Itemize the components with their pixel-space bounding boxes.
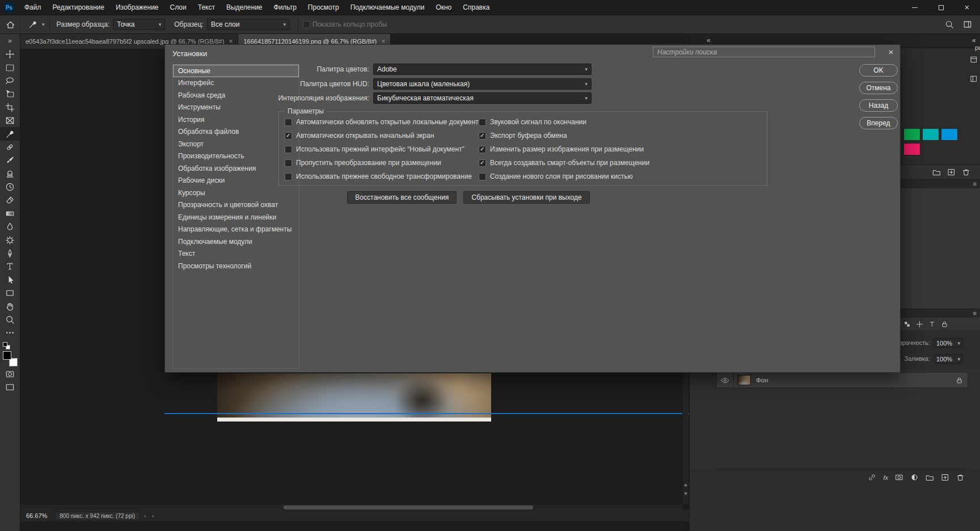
hud-color-picker-select[interactable]: Цветовая шкала (маленькая) — [373, 78, 592, 90]
panel-tab-clipped[interactable]: ры — [975, 44, 980, 51]
color-swatch[interactable] — [903, 143, 920, 155]
preference-option-row[interactable]: Использовать прежний интерфейс “Новый до… — [285, 142, 483, 156]
color-swatch[interactable] — [922, 128, 939, 141]
preference-checkbox[interactable] — [479, 119, 486, 126]
preference-checkbox[interactable] — [479, 173, 486, 180]
collapsed-panel-icon[interactable] — [970, 56, 978, 64]
preferences-category[interactable]: Просмотры технологий — [173, 260, 299, 272]
scroll-down-icon[interactable] — [684, 492, 687, 495]
preferences-category[interactable]: Направляющие, сетка и фрагменты — [173, 224, 299, 236]
delete-layer-icon[interactable] — [956, 473, 965, 482]
preference-checkbox[interactable] — [479, 132, 486, 140]
reset-preferences-on-quit-button[interactable]: Сбрасывать установки при выходе — [463, 191, 589, 204]
preference-checkbox[interactable] — [285, 173, 292, 180]
preference-checkbox[interactable] — [285, 119, 292, 126]
screen-mode-button[interactable] — [0, 381, 20, 394]
adjustment-layer-icon[interactable] — [910, 473, 919, 482]
preference-option-row[interactable]: Изменить размер изображения при размещен… — [479, 142, 649, 156]
status-chevron-left-icon[interactable] — [152, 512, 154, 519]
preference-option-row[interactable]: Звуковой сигнал по окончании — [479, 115, 649, 129]
eyedropper-tool[interactable] — [0, 127, 20, 140]
preferences-category[interactable]: Подключаемые модули — [173, 235, 299, 248]
menu-item[interactable]: Просмотр — [302, 0, 345, 15]
sample-size-select[interactable]: Точка — [113, 19, 165, 30]
color-swatch[interactable] — [941, 128, 958, 141]
quick-mask-button[interactable] — [0, 368, 20, 381]
preferences-search-input[interactable] — [653, 47, 875, 57]
new-swatch-icon[interactable] — [947, 168, 956, 176]
new-group-folder-icon[interactable] — [932, 168, 941, 176]
collapse-dock-icon[interactable] — [972, 36, 976, 44]
lock-transparency-icon[interactable] — [903, 321, 911, 328]
preference-option-row[interactable]: Пропустить преобразование при размещении — [285, 156, 483, 170]
reset-all-messages-button[interactable]: Восстановить все сообщения — [347, 191, 457, 204]
preferences-category[interactable]: Единицы измерения и линейки — [173, 211, 299, 224]
sample-select[interactable]: Все слои — [207, 19, 290, 30]
collapse-panels-icon[interactable] — [707, 36, 711, 44]
horizontal-scrollbar[interactable] — [20, 504, 682, 510]
lock-type-icon[interactable] — [928, 321, 936, 328]
link-layers-icon[interactable] — [868, 473, 876, 482]
hand-tool[interactable] — [0, 300, 20, 313]
dodge-tool[interactable] — [0, 233, 20, 246]
back-button[interactable]: Назад — [859, 99, 898, 112]
history-brush-tool[interactable] — [0, 180, 20, 193]
move-tool[interactable] — [0, 48, 20, 61]
frame-tool[interactable] — [0, 114, 20, 127]
preferences-category[interactable]: Текст — [173, 248, 299, 260]
preference-checkbox[interactable] — [285, 146, 292, 153]
menu-item[interactable]: Справка — [457, 0, 495, 15]
menu-item[interactable]: Текст — [192, 0, 221, 15]
layers-panel-menu-icon[interactable] — [973, 310, 977, 317]
foreground-color-swatch[interactable] — [3, 351, 11, 360]
layer-effects-icon[interactable]: fx — [883, 474, 888, 481]
preference-option-row[interactable]: Автоматически открывать начальный экран — [285, 129, 483, 142]
dialog-close-icon[interactable] — [885, 47, 897, 57]
foreground-background-colors[interactable] — [3, 351, 18, 366]
minimize-button[interactable] — [902, 0, 928, 15]
menu-item[interactable]: Окно — [430, 0, 457, 15]
preference-option-row[interactable]: Всегда создавать смарт-объекты при разме… — [479, 156, 649, 170]
close-button[interactable] — [954, 0, 980, 15]
preference-checkbox[interactable] — [285, 159, 292, 167]
ok-button[interactable]: OK — [859, 64, 898, 77]
show-sampling-ring-checkbox[interactable] — [303, 21, 310, 28]
layer-name[interactable]: Фон — [756, 377, 956, 384]
color-picker-select[interactable]: Adobe — [373, 64, 592, 75]
maximize-button[interactable] — [928, 0, 954, 15]
blur-tool[interactable] — [0, 220, 20, 233]
layer-thumbnail[interactable] — [737, 375, 751, 385]
scroll-up-icon[interactable] — [684, 483, 687, 486]
fill-value[interactable]: 100% — [933, 354, 963, 364]
preference-checkbox[interactable] — [285, 132, 292, 140]
eraser-tool[interactable] — [0, 193, 20, 206]
lock-all-icon[interactable] — [941, 321, 948, 328]
opacity-value[interactable]: 100% — [933, 338, 963, 348]
preference-option-row[interactable]: Автоматически обновлять открытые локальн… — [285, 115, 483, 129]
status-chevron-right-icon[interactable] — [144, 512, 146, 519]
preference-checkbox[interactable] — [479, 146, 486, 153]
cancel-button[interactable]: Отмена — [859, 82, 898, 94]
default-colors-icon[interactable] — [3, 342, 10, 349]
object-selection-tool[interactable] — [0, 87, 20, 100]
gradient-tool[interactable] — [0, 207, 20, 220]
tool-preset-picker[interactable] — [28, 20, 45, 29]
menu-item[interactable]: Фильтр — [268, 0, 302, 15]
zoom-tool[interactable] — [0, 313, 20, 326]
home-button[interactable] — [6, 20, 15, 30]
panel-menu-icon[interactable] — [973, 180, 977, 187]
menu-item[interactable]: Слои — [164, 0, 192, 15]
lasso-tool[interactable] — [0, 74, 20, 87]
forward-button[interactable]: Вперед — [859, 117, 898, 129]
search-icon[interactable] — [945, 20, 954, 29]
brush-tool[interactable] — [0, 154, 20, 167]
preference-option-row[interactable]: Использовать прежнее свободное трансформ… — [285, 170, 483, 183]
horizontal-scrollbar-thumb[interactable] — [284, 505, 533, 509]
edit-toolbar-button[interactable] — [0, 326, 20, 339]
marquee-tool[interactable] — [0, 61, 20, 74]
clone-stamp-tool[interactable] — [0, 167, 20, 180]
path-selection-tool[interactable] — [0, 273, 20, 286]
layer-visibility-toggle[interactable] — [717, 373, 734, 387]
lock-position-icon[interactable] — [916, 321, 923, 328]
menu-item[interactable]: Файл — [19, 0, 47, 15]
